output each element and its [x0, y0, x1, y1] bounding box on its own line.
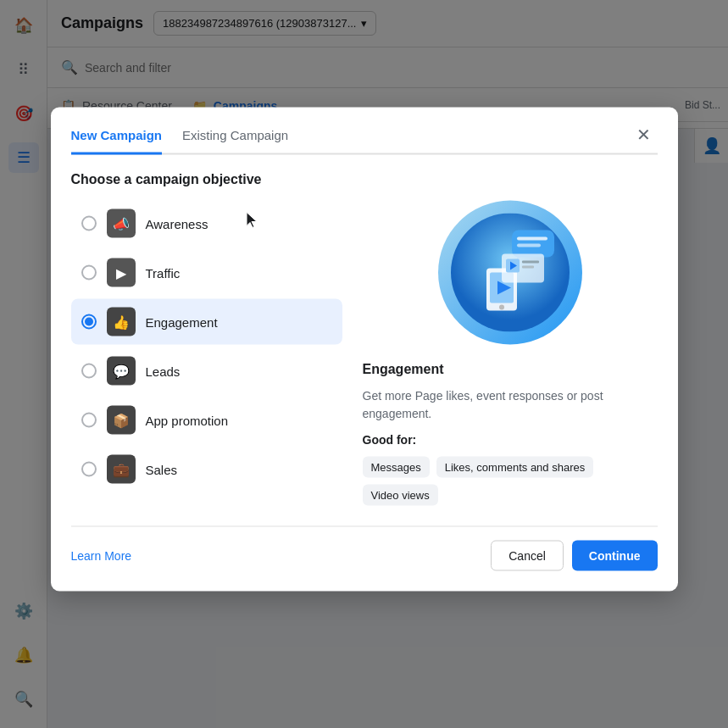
tab-existing-campaign[interactable]: Existing Campaign: [182, 128, 288, 155]
continue-button[interactable]: Continue: [572, 541, 658, 571]
svg-rect-8: [517, 237, 547, 241]
leads-icon: 💬: [107, 357, 136, 386]
traffic-label: Traffic: [146, 265, 181, 280]
tags-row: Messages Likes, comments and shares Vide…: [363, 457, 658, 506]
tag-likes: Likes, comments and shares: [436, 457, 593, 478]
radio-app-promotion: [81, 413, 97, 428]
tab-new-campaign[interactable]: New Campaign: [71, 128, 163, 155]
radio-engagement: [81, 314, 97, 330]
svg-rect-9: [517, 244, 541, 247]
modal-footer: Learn More Cancel Continue: [71, 526, 658, 571]
sales-icon: 💼: [107, 455, 136, 484]
tag-messages: Messages: [363, 457, 430, 478]
objective-leads[interactable]: 💬 Leads: [71, 348, 342, 394]
cancel-button[interactable]: Cancel: [491, 541, 564, 571]
objective-traffic[interactable]: ▶ Traffic: [71, 250, 342, 296]
radio-leads: [81, 364, 97, 379]
leads-label: Leads: [146, 364, 181, 378]
sales-label: Sales: [146, 462, 178, 476]
radio-awareness: [81, 216, 97, 231]
modal-body: 📣 Awareness ▶ Traffic: [71, 201, 658, 506]
cursor-icon: [243, 211, 262, 230]
traffic-icon: ▶: [107, 258, 136, 287]
learn-more-link[interactable]: Learn More: [71, 549, 132, 563]
engagement-icon: 👍: [107, 308, 136, 336]
svg-marker-0: [247, 213, 257, 228]
radio-traffic: [81, 265, 97, 281]
app-shell: 🏠 ⠿ 🎯 ☰ ⚙️ 🔔 🔍 Campaigns 188234987234897…: [0, 0, 728, 728]
objective-app-promotion[interactable]: 📦 App promotion: [71, 397, 342, 443]
app-promotion-icon: 📦: [107, 406, 136, 435]
good-for-label: Good for:: [363, 433, 658, 447]
engagement-label: Engagement: [146, 314, 218, 329]
description-panel: Engagement Get more Page likes, event re…: [363, 201, 658, 506]
campaign-objective-modal: New Campaign Existing Campaign ✕ Choose …: [51, 108, 678, 592]
svg-rect-13: [522, 261, 539, 264]
footer-buttons: Cancel Continue: [491, 541, 657, 571]
svg-point-4: [499, 305, 504, 310]
engagement-illustration: [438, 201, 582, 345]
app-promotion-label: App promotion: [146, 413, 229, 427]
awareness-label: Awareness: [146, 216, 208, 231]
radio-sales: [81, 462, 97, 477]
tag-video-views: Video views: [363, 485, 438, 506]
objective-awareness[interactable]: 📣 Awareness: [71, 201, 342, 247]
description-body: Get more Page likes, event responses or …: [363, 387, 658, 423]
modal-title: Choose a campaign objective: [71, 172, 658, 187]
objective-sales[interactable]: 💼 Sales: [71, 447, 342, 492]
awareness-icon: 📣: [107, 209, 136, 238]
modal-close-button[interactable]: ✕: [631, 121, 658, 148]
modal-tabs: New Campaign Existing Campaign ✕: [71, 128, 658, 155]
objective-engagement[interactable]: 👍 Engagement: [71, 299, 342, 345]
objectives-list: 📣 Awareness ▶ Traffic: [71, 201, 342, 506]
svg-rect-14: [522, 266, 534, 269]
engagement-svg: [451, 214, 570, 332]
description-title: Engagement: [363, 362, 658, 377]
